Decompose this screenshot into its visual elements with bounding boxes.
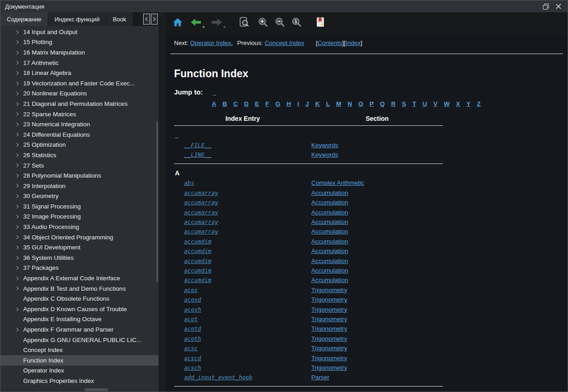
section-link[interactable]: Trigonometry [311,345,347,352]
section-link[interactable]: Accumulation [311,238,348,245]
tree-item[interactable]: 33 Audio Processing [0,222,159,232]
section-link[interactable]: Trigonometry [311,287,347,293]
bookmark-button[interactable] [313,15,328,31]
tree-vertical-scrollbar[interactable] [156,121,158,282]
section-link[interactable]: Accumulation [311,248,348,254]
nav-next-link[interactable]: Operator Index [190,40,231,46]
tree-item[interactable]: Appendix E Installing Octave [0,314,159,325]
nav-index-link[interactable]: Index [346,40,361,46]
tree-item[interactable]: 20 Nonlinear Equations [0,89,159,99]
function-entry-link[interactable]: acosd [184,296,201,303]
chevron-right-icon[interactable] [14,41,23,44]
chevron-right-icon[interactable] [14,328,23,331]
function-entry-link[interactable]: __LINE__ [184,151,211,158]
jump-link-f[interactable]: F [265,100,269,107]
function-entry-link[interactable]: acsch [184,364,201,371]
chevron-right-icon[interactable] [14,257,23,259]
section-link[interactable]: Trigonometry [311,335,347,342]
chevron-right-icon[interactable] [14,103,23,105]
section-link[interactable]: Keywords [311,142,338,149]
function-entry-link[interactable]: accumarray [184,199,218,206]
section-link[interactable]: Accumulation [311,277,348,283]
chevron-right-icon[interactable] [14,215,23,218]
zoom-original-button[interactable]: 1 [289,15,304,31]
jump-link-v[interactable]: V [433,100,438,107]
tab-scroll-left-button[interactable] [143,14,150,25]
chevron-right-icon[interactable] [14,287,23,290]
chevron-right-icon[interactable] [14,246,23,249]
chevron-right-icon[interactable] [14,174,23,177]
function-entry-link[interactable]: accumarray [184,218,218,225]
tree-item[interactable]: 25 Optimization [0,140,159,150]
tree-item[interactable]: 24 Differential Equations [0,129,159,140]
tree-item[interactable]: Graphics Properties Index [0,376,159,386]
jump-link-d[interactable]: D [244,100,249,107]
jump-link-s[interactable]: S [402,100,406,107]
chevron-right-icon[interactable] [14,236,23,238]
jump-link-j[interactable]: J [305,100,309,107]
function-entry-link[interactable]: acscd [184,355,201,362]
function-entry-link[interactable]: accumdim [184,267,211,274]
nav-contents-link[interactable]: Contents [318,40,342,46]
function-entry-link[interactable]: accumdim [184,248,211,254]
jump-link-b[interactable]: B [223,100,227,107]
section-link[interactable]: Accumulation [311,228,348,235]
back-button[interactable] [189,15,203,31]
tree-item[interactable]: 29 Interpolation [0,181,159,191]
tree-item[interactable]: Operator Index [0,366,159,376]
jump-link-y[interactable]: Y [466,100,470,107]
section-link[interactable]: Trigonometry [311,355,347,362]
function-entry-link[interactable]: accumarray [184,209,218,216]
tree-item[interactable]: 28 Polynomial Manipulations [0,170,159,181]
forward-button[interactable] [209,15,224,31]
chevron-right-icon[interactable] [14,92,23,95]
jump-link-r[interactable]: R [391,100,396,107]
jump-link-l[interactable]: L [326,100,330,107]
tree-item[interactable]: 37 Packages [0,263,159,273]
tree-item[interactable]: 23 Numerical Integration [0,119,159,129]
tree-item[interactable]: Appendix F Grammar and Parser [0,324,159,335]
chevron-right-icon[interactable] [14,205,23,208]
function-entry-link[interactable]: acot [184,316,198,323]
function-entry-link[interactable]: abs [184,179,194,186]
section-link[interactable]: Accumulation [311,267,348,274]
chevron-right-icon[interactable] [14,164,23,167]
tree-item[interactable]: 35 GUI Development [0,242,159,253]
home-button[interactable] [170,15,185,31]
tree-item[interactable]: 14 Input and Output [0,27,159,37]
chevron-right-icon[interactable] [14,154,23,157]
function-entry-link[interactable]: accumdim [184,258,211,264]
jump-link-k[interactable]: K [315,100,320,107]
close-button[interactable] [552,1,565,11]
tree-item[interactable]: 34 Object Oriented Programming [0,232,159,243]
jump-link-i[interactable]: I [298,100,299,107]
chevron-right-icon[interactable] [14,123,23,126]
jump-link-u[interactable]: U [423,100,427,107]
section-link[interactable]: Trigonometry [311,364,347,371]
section-link[interactable]: Trigonometry [311,325,347,332]
jump-link-p[interactable]: P [369,100,374,107]
jump-link-w[interactable]: W [444,100,450,107]
chevron-right-icon[interactable] [14,113,23,115]
function-entry-link[interactable]: acsc [184,345,198,352]
tree-item[interactable]: 18 Linear Algebra [0,68,159,78]
tree-item[interactable]: 30 Geometry [0,191,159,202]
section-link[interactable]: Trigonometry [311,296,347,303]
jump-link-a[interactable]: A [212,100,216,107]
pane-splitter[interactable] [159,12,166,392]
tree-item[interactable]: 15 Plotting [0,37,159,48]
tab-contents[interactable]: Содержание [0,12,48,26]
chevron-right-icon[interactable] [14,184,23,187]
chevron-right-icon[interactable] [14,144,23,146]
tree-item[interactable]: 19 Vectorization and Faster Code Exec... [0,78,159,89]
tree-item[interactable]: Appendix G GNU GENERAL PUBLIC LIC... [0,335,159,345]
section-link[interactable]: Accumulation [311,199,348,206]
tree-item[interactable]: 27 Sets [0,160,159,171]
function-entry-link[interactable]: accumdim [184,238,211,245]
section-link[interactable]: Keywords [311,151,338,158]
function-entry-link[interactable]: acos [184,287,198,293]
tree-item[interactable]: Appendix D Known Causes of Trouble [0,304,159,314]
function-entry-link[interactable]: accumarray [184,189,218,196]
section-link[interactable]: Parser [311,374,329,381]
jump-link-x[interactable]: X [456,100,460,107]
